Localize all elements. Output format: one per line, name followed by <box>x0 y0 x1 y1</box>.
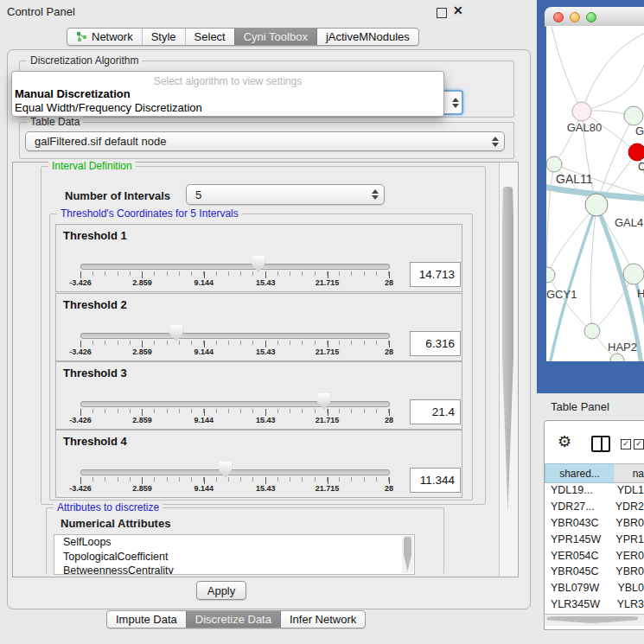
control-panel: Control Panel ✕ Network Style Select Cyn… <box>0 0 536 644</box>
tab-jactivemnodules[interactable]: jActiveMNodules <box>317 29 418 45</box>
node-gcy1[interactable] <box>546 267 555 283</box>
threshold-3-slider[interactable] <box>80 401 390 407</box>
list-scrollbar[interactable] <box>402 536 413 573</box>
number-of-intervals-combobox[interactable]: 5 <box>186 184 385 205</box>
scrollbar-thumb[interactable] <box>547 616 638 623</box>
node-label-h: H <box>637 287 644 300</box>
tick-marks <box>80 341 389 348</box>
number-of-intervals-value: 5 <box>195 188 201 201</box>
close-window-icon[interactable] <box>553 12 564 22</box>
network-icon <box>76 31 87 42</box>
minimize-window-icon[interactable] <box>570 12 580 22</box>
threshold-4-panel: Threshold 4 -3.426 2.859 9.144 15.43 21.… <box>55 430 462 498</box>
threshold-2-value-field[interactable] <box>410 331 461 356</box>
node-top-right[interactable] <box>624 106 643 125</box>
tab-discretize-data[interactable]: Discretize Data <box>186 611 281 628</box>
table-row[interactable]: YER054CYER0 <box>545 547 644 564</box>
checkbox-icon[interactable]: ✓ <box>634 439 644 450</box>
table-row[interactable]: YPR145WYPR1 <box>545 531 644 547</box>
thresholds-group-label: Threshold's Coordinates for 5 Intervals <box>57 207 242 220</box>
table-data-group-label: Table Data <box>27 116 83 128</box>
tab-infer-network[interactable]: Infer Network <box>281 611 365 628</box>
algorithm-combobox-stepper[interactable] <box>442 90 463 115</box>
apply-button[interactable]: Apply <box>196 581 246 600</box>
dropdown-item-equal-width-frequency[interactable]: Equal Width/Frequency Discretization <box>15 101 202 114</box>
threshold-2-slider-thumb[interactable] <box>169 325 182 341</box>
threshold-4-slider-thumb[interactable] <box>219 462 232 478</box>
threshold-4-label: Threshold 4 <box>63 435 127 448</box>
column-header-name[interactable]: na <box>614 463 644 483</box>
gear-icon[interactable]: ⚙ <box>558 432 571 451</box>
table-row[interactable]: YLR345WYLR3 <box>545 596 644 613</box>
table-data-value: galFiltered.sif default node <box>35 135 166 148</box>
table-row[interactable]: YBR045CYBR0 <box>545 564 644 580</box>
network-window-titlebar[interactable] <box>545 7 644 27</box>
node-label-ga: GA <box>635 124 644 137</box>
table-row[interactable]: YDL19...YDL1 <box>545 482 644 499</box>
threshold-1-slider-thumb[interactable] <box>252 256 265 272</box>
node-label-gcy1: GCY1 <box>546 288 577 301</box>
node-hap2[interactable] <box>584 323 600 339</box>
zoom-window-icon[interactable] <box>586 12 596 22</box>
table-data-group: Table Data galFiltered.sif default node <box>19 122 514 159</box>
stepper-arrows-icon <box>371 189 378 200</box>
vertical-scrollbar[interactable] <box>499 163 518 577</box>
tick-marks <box>80 477 389 484</box>
checkbox-icon[interactable]: ✓ <box>621 439 631 450</box>
bottom-tab-bar: Impute Data Discretize Data Infer Networ… <box>106 610 366 628</box>
algorithm-dropdown-popup: Select algorithm to view settings Manual… <box>11 71 444 117</box>
algorithm-group-label: Discretization Algorithm <box>27 54 142 67</box>
threshold-3-panel: Threshold 3 -3.426 2.859 9.144 15.43 21.… <box>55 361 462 430</box>
float-window-icon[interactable] <box>437 8 447 18</box>
threshold-3-label: Threshold 3 <box>63 367 127 379</box>
table-data-combobox[interactable]: galFiltered.sif default node <box>25 131 505 151</box>
tick-marks <box>80 409 389 416</box>
close-icon[interactable]: ✕ <box>453 3 463 17</box>
threshold-3-value-field[interactable] <box>410 399 461 424</box>
table-row[interactable]: YBR043CYBR0 <box>545 515 644 532</box>
tab-style[interactable]: Style <box>142 29 185 45</box>
split-columns-icon[interactable] <box>591 436 610 452</box>
tab-network[interactable]: Network <box>67 29 142 45</box>
node-red-selected[interactable] <box>628 143 644 161</box>
network-canvas[interactable]: GAL80 GA GAL11 GAL4 GCY1 H HAP2 C <box>546 26 644 361</box>
thresholds-group: Threshold's Coordinates for 5 Intervals … <box>49 214 473 501</box>
horizontal-scrollbar[interactable] <box>545 614 644 626</box>
threshold-3-slider-thumb[interactable] <box>317 393 330 410</box>
scrollbar-thumb[interactable] <box>502 187 513 513</box>
number-of-intervals-label: Number of Intervals <box>65 189 170 202</box>
threshold-1-slider[interactable] <box>80 264 390 270</box>
dropdown-item-manual-discretization[interactable]: Manual Discretization <box>15 87 131 100</box>
node-h[interactable] <box>623 264 644 284</box>
tab-select[interactable]: Select <box>185 29 234 45</box>
list-item-topologicalcoefficient[interactable]: TopologicalCoefficient <box>54 550 414 564</box>
tab-cyni-toolbox[interactable]: Cyni Toolbox <box>234 29 317 45</box>
threshold-2-panel: Threshold 2 -3.426 2.859 9.144 15.43 21.… <box>55 293 462 361</box>
threshold-1-value-field[interactable] <box>410 262 461 287</box>
threshold-2-slider[interactable] <box>80 333 390 339</box>
list-item-selfloops[interactable]: SelfLoops <box>54 535 414 550</box>
list-item-betweennesscentrality[interactable]: BetweennessCentrality <box>54 564 414 575</box>
column-header-shared-name[interactable]: shared... <box>545 463 615 483</box>
scale-labels: -3.426 2.859 9.144 15.43 21.715 28 <box>80 484 389 494</box>
threshold-2-label: Threshold 2 <box>63 298 127 311</box>
threshold-4-value-field[interactable] <box>410 468 461 493</box>
node-pink[interactable] <box>572 102 591 121</box>
stepper-arrows-icon <box>451 98 458 108</box>
table-row[interactable]: YBL079WYBL0 <box>545 580 644 596</box>
threshold-1-panel: Threshold 1 -3.426 2.859 9.144 15.43 21.… <box>55 224 462 292</box>
node-gal4[interactable] <box>585 194 608 216</box>
table-row[interactable]: YDR27...YDR2 <box>545 499 644 515</box>
table-panel-title: Table Panel <box>551 400 609 413</box>
node-label-gal80: GAL80 <box>567 121 602 134</box>
node-gal11[interactable] <box>546 156 562 172</box>
scale-labels: -3.426 2.859 9.144 15.43 21.715 28 <box>80 416 389 426</box>
tab-impute-data[interactable]: Impute Data <box>107 611 186 628</box>
stepper-arrows-icon <box>491 137 498 147</box>
threshold-4-slider[interactable] <box>80 469 390 475</box>
scrollbar-thumb[interactable] <box>404 537 411 571</box>
top-tab-bar: Network Style Select Cyni Toolbox jActiv… <box>67 28 419 46</box>
node-label-hap2: HAP2 <box>608 341 637 354</box>
node-bottom[interactable] <box>610 354 624 361</box>
node-table: YDL19...YDL1 YDR27...YDR2 YBR043CYBR0 YP… <box>545 482 644 614</box>
